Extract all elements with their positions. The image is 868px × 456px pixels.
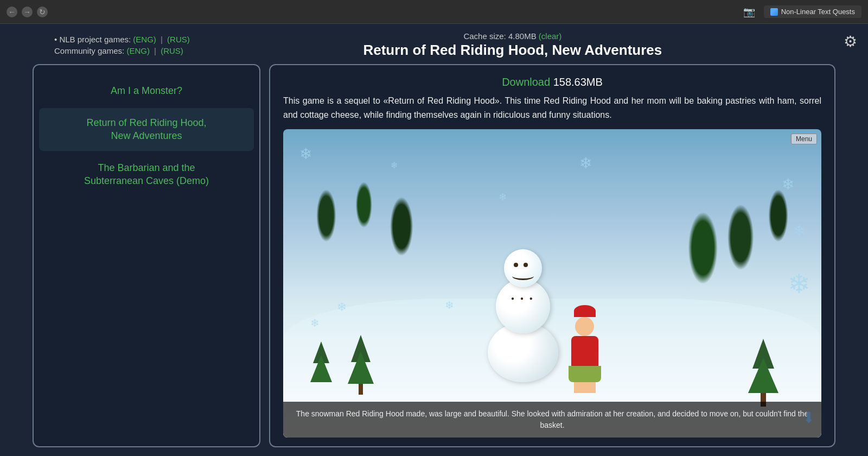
- pine-tree-right: [748, 339, 778, 407]
- snowman-head: [504, 249, 542, 287]
- clear-link[interactable]: (clear): [539, 31, 562, 41]
- nlb-line: • NLB project games: (ENG) | (RUS): [54, 35, 190, 44]
- download-size-val: 158.63MB: [553, 76, 603, 88]
- tab-label: Non-Linear Text Quests: [781, 8, 855, 16]
- pipe2: |: [154, 46, 158, 55]
- settings-button[interactable]: ⚙: [844, 33, 857, 50]
- cache-label: Cache size: 4.80MB: [463, 31, 536, 41]
- game-item-2[interactable]: The Barbarian and theSubterranean Caves …: [39, 153, 254, 196]
- forward-button[interactable]: →: [22, 7, 33, 17]
- browser-toolbar: ← → ↻ 📷 Non-Linear Text Quests: [0, 0, 868, 24]
- top-header: • NLB project games: (ENG) | (RUS) Commu…: [0, 24, 868, 64]
- tab-favicon: [770, 8, 778, 16]
- snowflake-6: ❄: [499, 191, 507, 203]
- game-item-1[interactable]: Return of Red Riding Hood,New Adventures: [39, 108, 254, 151]
- snowflake-5: ❄: [788, 268, 810, 300]
- header-center: Cache size: 4.80MB (clear) Return of Red…: [190, 31, 835, 59]
- snowman: [488, 249, 558, 382]
- snowflake-1: ❄: [299, 145, 312, 163]
- game-description: This game is a sequel to «Return of Red …: [283, 94, 821, 122]
- header-left: • NLB project games: (ENG) | (RUS) Commu…: [54, 35, 190, 55]
- game-item-label-1: Return of Red Riding Hood,New Adventures: [86, 117, 206, 141]
- snowflake-10: ❄: [445, 299, 454, 312]
- char-body: [571, 336, 598, 366]
- char-hat: [574, 305, 596, 317]
- char-head: [575, 317, 594, 336]
- cache-line: Cache size: 4.80MB (clear): [212, 31, 814, 41]
- community-line: Community games: (ENG) | (RUS): [54, 46, 190, 55]
- game-item-label-0: Am I a Monster?: [111, 85, 182, 96]
- gear-icon: ⚙: [844, 33, 857, 50]
- sidebar: Am I a Monster? Return of Red Riding Hoo…: [33, 64, 260, 447]
- community-eng-link[interactable]: (ENG): [126, 46, 150, 55]
- game-item-0[interactable]: Am I a Monster?: [39, 76, 254, 106]
- nlb-eng-link[interactable]: (ENG): [133, 35, 156, 44]
- community-rus-link[interactable]: (RUS): [161, 46, 183, 55]
- char-skirt: [569, 366, 601, 382]
- subtitle-text: The snowman Red Riding Hood made, was la…: [296, 409, 808, 429]
- pine-tree-left2: [310, 341, 332, 382]
- download-word[interactable]: Download: [502, 76, 550, 88]
- snowflake-7: ❄: [310, 316, 320, 330]
- pine-tree-left: [348, 335, 374, 395]
- char-legs: [574, 382, 596, 393]
- snowman-body: [496, 279, 550, 333]
- arrow-down-icon: ⬇: [802, 409, 815, 427]
- snow-scene: ❄ ❄ ❄ ❄ ❄ ❄ ❄ ❄ ❄ ❄: [283, 129, 821, 438]
- tab-area: 📷 Non-Linear Text Quests: [52, 5, 861, 18]
- community-label: Community games:: [54, 46, 124, 55]
- browser-tab[interactable]: Non-Linear Text Quests: [764, 5, 861, 18]
- snowflake-3: ❄: [782, 175, 794, 193]
- snowflake-8: ❄: [337, 300, 347, 314]
- subtitle-bar: The snowman Red Riding Hood made, was la…: [283, 402, 821, 438]
- snowflake-2: ❄: [579, 154, 592, 172]
- pipe1: |: [161, 35, 165, 44]
- right-panel: Download 158.63MB This game is a sequel …: [269, 64, 835, 447]
- snowflake-4: ❄: [793, 222, 805, 240]
- download-line: Download 158.63MB: [283, 76, 821, 88]
- game-preview: ❄ ❄ ❄ ❄ ❄ ❄ ❄ ❄ ❄ ❄: [283, 129, 821, 438]
- camera-icon: 📷: [743, 6, 755, 18]
- bullet: •: [54, 35, 59, 44]
- nlb-label: NLB project games:: [59, 35, 131, 44]
- main-body: Am I a Monster? Return of Red Riding Hoo…: [0, 64, 868, 456]
- menu-button[interactable]: Menu: [791, 134, 817, 144]
- main-title: Return of Red Riding Hood, New Adventure…: [212, 42, 814, 59]
- app-content: • NLB project games: (ENG) | (RUS) Commu…: [0, 24, 868, 456]
- snowflake-9: ❄: [391, 160, 398, 170]
- nlb-rus-link[interactable]: (RUS): [167, 35, 190, 44]
- refresh-button[interactable]: ↻: [37, 7, 48, 17]
- game-item-label-2: The Barbarian and theSubterranean Caves …: [84, 162, 209, 186]
- next-arrow-button[interactable]: ⬇: [802, 409, 815, 427]
- back-button[interactable]: ←: [7, 7, 17, 17]
- red-riding-hood-character: [563, 305, 607, 376]
